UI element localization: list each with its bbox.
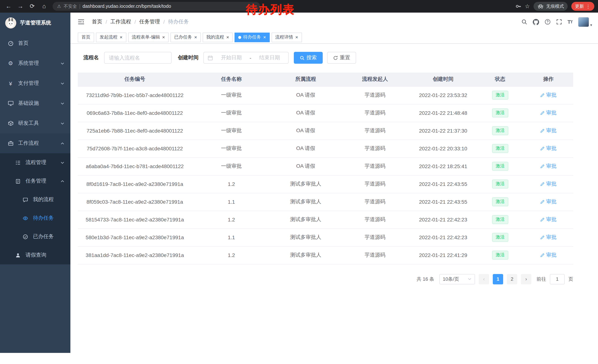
tab-home[interactable]: 首页 — [78, 32, 94, 42]
col-process: 所属流程 — [271, 73, 340, 86]
sidebar-item-process-mgmt[interactable]: 流程管理 — [0, 153, 70, 172]
browser-menu-icon[interactable]: ⋮ — [586, 4, 590, 9]
close-icon[interactable]: × — [120, 35, 123, 40]
chevron-up-icon — [60, 179, 65, 183]
page-size-select[interactable]: 10条/页 — [440, 274, 475, 284]
close-icon[interactable]: × — [295, 35, 298, 40]
tab-my-process[interactable]: 我的流程 × — [203, 32, 233, 42]
sidebar-item-done-task[interactable]: 已办任务 — [0, 227, 70, 246]
user-menu[interactable]: ▾ — [578, 17, 592, 27]
incognito-icon — [537, 4, 544, 8]
close-icon[interactable]: × — [226, 35, 229, 40]
browser-reload-icon[interactable]: ⟳ — [27, 1, 37, 11]
browser-forward-icon[interactable]: → — [16, 1, 25, 11]
sidebar-item-payment[interactable]: ¥ 支付管理 — [0, 73, 70, 93]
sidebar-item-home[interactable]: 首页 — [0, 33, 70, 53]
browser-home-icon[interactable]: ⌂ — [39, 1, 49, 11]
page-number-1[interactable]: 1 — [493, 274, 503, 284]
close-icon[interactable]: × — [194, 35, 197, 40]
sidebar-item-system[interactable]: ⚙ 系统管理 — [0, 53, 70, 73]
task-id-cell: 8f059c03-7ac8-11ec-a9e2-a2380e71991a — [78, 193, 192, 211]
approve-link[interactable]: 审批 — [540, 127, 556, 134]
bookmark-star-icon[interactable]: ☆ — [525, 3, 530, 10]
tab-form-edit[interactable]: 流程表单-编辑 × — [128, 32, 169, 42]
sidebar-item-infra[interactable]: 基础设施 — [0, 93, 70, 113]
task-id-cell: a6aba0a4-7b6d-11ec-b781-acde48001122 — [78, 157, 192, 175]
prev-page-button[interactable]: ‹ — [479, 274, 489, 284]
created-cell: 2022-01-22 21:48:48 — [410, 104, 477, 122]
help-icon[interactable] — [544, 19, 550, 25]
goto-suffix: 页 — [568, 276, 573, 282]
update-button[interactable]: 更新 ⋮ — [571, 2, 594, 11]
sidebar-item-devtools[interactable]: 研发工具 — [0, 113, 70, 133]
sidebar-item-workflow[interactable]: 工作流程 — [0, 133, 70, 153]
initiator-cell: 芋道源码 — [340, 86, 410, 104]
col-task-id: 任务编号 — [78, 73, 192, 86]
task-name-cell: 1.1 — [192, 193, 271, 211]
breadcrumb-item[interactable]: 工作流程 — [110, 18, 131, 25]
search-icon[interactable] — [521, 19, 527, 25]
close-icon[interactable]: × — [263, 35, 266, 40]
breadcrumb-item[interactable]: 任务管理 — [139, 18, 160, 25]
created-cell: 2022-01-22 21:37:30 — [410, 122, 477, 140]
sidebar-item-todo-task[interactable]: 待办任务 — [0, 209, 70, 227]
reset-button[interactable]: 重置 — [327, 52, 356, 64]
process-cell: 测试多审批人 — [271, 228, 340, 246]
created-cell: 2022-01-21 22:43:55 — [410, 193, 477, 211]
sidebar-item-label: 工作流程 — [18, 140, 39, 147]
sidebar-item-leave-query[interactable]: 请假查询 — [0, 246, 70, 264]
browser-back-icon[interactable]: ← — [4, 1, 13, 11]
approve-label: 审批 — [546, 127, 556, 134]
status-badge: 激活 — [492, 251, 508, 259]
col-created: 创建时间 — [410, 73, 477, 86]
next-page-button[interactable]: › — [521, 274, 531, 284]
clipboard-icon — [15, 178, 21, 184]
task-name-cell: 一级审批 — [192, 122, 271, 140]
approve-link[interactable]: 审批 — [540, 216, 556, 223]
reset-button-label: 重置 — [340, 54, 350, 61]
approve-link[interactable]: 审批 — [540, 234, 556, 241]
approve-link[interactable]: 审批 — [540, 252, 556, 259]
sidebar-toggle-icon[interactable] — [75, 16, 87, 27]
fullscreen-icon[interactable] — [556, 19, 562, 25]
sidebar-item-task-mgmt[interactable]: 任务管理 — [0, 172, 70, 190]
initiator-cell: 芋道源码 — [340, 140, 410, 157]
date-range-picker[interactable]: 开始日期 - 结束日期 — [203, 52, 289, 64]
font-size-icon[interactable]: TT — [567, 19, 573, 25]
close-icon[interactable]: × — [162, 35, 165, 40]
address-bar[interactable]: ⚠ 不安全 dashboard.yudao.iocoder.cn/bpm/tas… — [53, 2, 260, 11]
approve-link[interactable]: 审批 — [540, 145, 556, 152]
status-cell: 激活 — [477, 140, 524, 157]
task-id-cell: 8f0d1619-7ac8-11ec-a9e2-a2380e71991a — [78, 175, 192, 193]
breadcrumb-item[interactable]: 首页 — [92, 18, 102, 25]
goto-page-input[interactable] — [550, 274, 565, 284]
sidebar-item-my-process[interactable]: 我的流程 — [0, 190, 70, 209]
approve-link[interactable]: 审批 — [540, 92, 556, 98]
security-label[interactable]: 不安全 — [64, 3, 77, 9]
tab-todo-tasks[interactable]: 待办任务 × — [235, 32, 270, 42]
approve-link[interactable]: 审批 — [540, 181, 556, 187]
created-cell: 2022-01-21 22:41:29 — [410, 246, 477, 264]
table-row: 580e1b3d-7ac8-11ec-a9e2-a2380e71991a 1.1… — [78, 228, 573, 246]
password-key-icon[interactable] — [515, 3, 521, 9]
table-row: 73211d9d-7b9b-11ec-b5b7-acde48001122 一级审… — [78, 86, 573, 104]
process-cell: 测试多审批人 — [271, 193, 340, 211]
incognito-label: 无痕模式 — [546, 3, 564, 9]
search-button[interactable]: 搜索 — [294, 52, 323, 64]
table-row: 58154733-7ac8-11ec-a9e2-a2380e71991a 1.2… — [78, 211, 573, 228]
sidebar-item-label: 请假查询 — [25, 252, 46, 259]
github-icon[interactable] — [533, 19, 539, 25]
page-number-2[interactable]: 2 — [507, 274, 517, 284]
approve-label: 审批 — [546, 181, 556, 187]
tab-label: 已办任务 — [174, 34, 192, 40]
tab-start-process[interactable]: 发起流程 × — [96, 32, 126, 42]
incognito-badge: 无痕模式 — [533, 2, 568, 11]
approve-link[interactable]: 审批 — [540, 163, 556, 170]
approve-link[interactable]: 审批 — [540, 110, 556, 116]
table-row: a6aba0a4-7b6d-11ec-b781-acde48001122 一级审… — [78, 157, 573, 175]
tab-process-detail[interactable]: 流程详情 × — [272, 32, 302, 42]
approve-link[interactable]: 审批 — [540, 198, 556, 205]
app-logo-row[interactable]: 芋道管理系统 — [0, 13, 70, 33]
tab-done-tasks[interactable]: 已办任务 × — [170, 32, 201, 42]
process-name-input[interactable] — [104, 52, 172, 64]
